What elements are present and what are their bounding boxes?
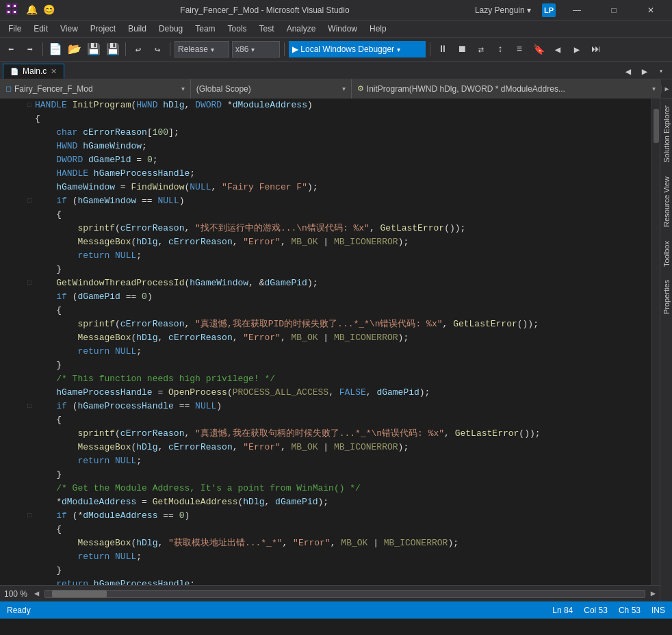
code-content[interactable]: □ HANDLE InitProgram(HWND hDlg, DWORD *d…: [0, 99, 660, 585]
tab-scroll-right[interactable]: ▶: [636, 64, 653, 79]
symbol-nav-label: InitProgram(HWND hDlg, DWORD * dModuleAd…: [367, 84, 565, 94]
code-line-24: {: [35, 413, 62, 427]
menu-window[interactable]: Window: [322, 21, 363, 36]
undo-button[interactable]: ↩: [130, 41, 146, 57]
code-line-14: GetWindowThreadProcessId(hGameWindow, &d…: [35, 276, 318, 290]
collapse-gutter-1[interactable]: □: [24, 99, 35, 112]
code-line-21: /* This function needs high privilege! *…: [35, 372, 275, 386]
menu-debug[interactable]: Debug: [153, 21, 188, 36]
build-config-dropdown[interactable]: Release ▾: [175, 41, 229, 57]
back-button[interactable]: ⬅: [3, 41, 19, 57]
toolbar-sep-4: [284, 42, 285, 56]
menu-analyze[interactable]: Analyze: [281, 21, 322, 36]
platform-dropdown[interactable]: x86 ▾: [232, 41, 280, 57]
code-line-4: HWND hGameWindow;: [35, 140, 147, 153]
code-line-11: MessageBox(hDlg, cErrorReason, "Error", …: [35, 235, 409, 249]
save-button[interactable]: 💾: [86, 41, 102, 57]
toolbar-sep-1: [42, 42, 43, 56]
debug-chevron: ▾: [397, 46, 400, 53]
code-line-13: }: [35, 263, 62, 276]
toolbar-btn-9[interactable]: ⏭: [588, 41, 604, 57]
code-line-36: return hGameProcessHandle;: [35, 578, 195, 585]
tab-main-c[interactable]: 📄 Main.c ✕: [3, 64, 64, 79]
collapse-gutter-14[interactable]: □: [24, 276, 35, 290]
menu-help[interactable]: Help: [364, 21, 392, 36]
status-ln: Ln 84: [552, 606, 584, 615]
file-nav-chevron: ▾: [181, 85, 185, 92]
collapse-gutter-8[interactable]: □: [24, 194, 35, 208]
toolbar-sep-2: [125, 42, 126, 56]
code-line-32: {: [35, 523, 62, 536]
notification-icon: 🔔: [26, 4, 38, 16]
open-file-button[interactable]: 📂: [66, 41, 83, 57]
code-line-25: sprintf(cErrorReason, "真遗憾,我在获取句柄的时候失败了.…: [35, 427, 541, 441]
menu-tools[interactable]: Tools: [222, 21, 253, 36]
user-profile[interactable]: Lazy Penguin ▾: [475, 5, 531, 15]
code-line-12: return NULL;: [35, 249, 142, 263]
toolbar-btn-2[interactable]: ⏹: [454, 41, 470, 57]
menu-project[interactable]: Project: [85, 21, 121, 36]
title-bar-title: Fairy_Fencer_F_Mod - Microsoft Visual St…: [60, 5, 469, 15]
menu-view[interactable]: View: [55, 21, 83, 36]
menu-team[interactable]: Team: [190, 21, 220, 36]
scope-nav-chevron: ▾: [342, 85, 346, 92]
status-ch: Ch 53: [619, 606, 651, 615]
code-editor[interactable]: □ HANDLE InitProgram(HWND hDlg, DWORD *d…: [0, 99, 660, 601]
toolbar-btn-7[interactable]: ◀: [550, 41, 566, 57]
code-line-6: HANDLE hGameProcessHandle;: [35, 167, 195, 181]
zoom-level[interactable]: 100 %: [4, 589, 31, 599]
sidebar-tab-resource-view[interactable]: Resource View: [660, 170, 672, 234]
title-bar: 🔔 😊 Fairy_Fencer_F_Mod - Microsoft Visua…: [0, 0, 672, 21]
scope-nav-dropdown[interactable]: (Global Scope) ▾: [191, 79, 352, 99]
nav-bar: ◻ Fairy_Fencer_F_Mod ▾ (Global Scope) ▾ …: [0, 79, 672, 99]
sidebar-tab-solution-explorer[interactable]: Solution Explorer: [660, 99, 672, 170]
toolbar-btn-3[interactable]: ⇄: [473, 41, 489, 57]
toolbar-btn-8[interactable]: ▶: [569, 41, 585, 57]
tab-expand-button[interactable]: ▾: [653, 64, 669, 79]
status-bar: Ready Ln 84 Col 53 Ch 53 INS: [0, 601, 672, 619]
toolbar-sep-3: [170, 42, 170, 56]
menu-test[interactable]: Test: [254, 21, 280, 36]
close-button[interactable]: ✕: [635, 0, 667, 21]
zoom-slider-left[interactable]: ◀: [34, 588, 39, 599]
code-line-9: {: [35, 208, 62, 222]
toolbar-btn-6[interactable]: 🔖: [530, 41, 547, 57]
horizontal-scrollbar[interactable]: [44, 590, 645, 598]
menu-build[interactable]: Build: [122, 21, 152, 36]
forward-button[interactable]: ➡: [22, 41, 38, 57]
smiley-icon: 😊: [43, 4, 55, 16]
collapse-gutter-23[interactable]: □: [24, 400, 35, 413]
new-file-button[interactable]: 📄: [47, 41, 64, 57]
svg-rect-5: [14, 5, 16, 7]
debug-button[interactable]: ▶ Local Windows Debugger ▾: [289, 41, 426, 57]
file-nav-dropdown[interactable]: ◻ Fairy_Fencer_F_Mod ▾: [0, 79, 191, 99]
maximize-button[interactable]: □: [598, 0, 630, 21]
toolbar-btn-4[interactable]: ↕: [492, 41, 508, 57]
collapse-gutter-31[interactable]: □: [24, 509, 35, 523]
status-ins: INS: [651, 606, 665, 615]
code-line-35: }: [35, 564, 62, 578]
toolbar-btn-1[interactable]: ⏸: [435, 41, 451, 57]
redo-button[interactable]: ↪: [149, 41, 166, 57]
tab-scroll-left[interactable]: ◀: [620, 64, 636, 79]
toolbar-btn-5[interactable]: ≡: [511, 41, 528, 57]
zoom-slider-right[interactable]: ▶: [651, 588, 656, 599]
menu-file[interactable]: File: [3, 21, 27, 36]
minimize-button[interactable]: —: [561, 0, 593, 21]
code-line-34: return NULL;: [35, 550, 142, 564]
tab-close-button[interactable]: ✕: [51, 67, 57, 76]
code-line-2: {: [35, 112, 40, 126]
right-panel-toggle[interactable]: ▶: [664, 85, 669, 93]
svg-rect-7: [14, 11, 16, 13]
horizontal-scroll-thumb[interactable]: [52, 591, 107, 597]
svg-rect-6: [8, 11, 10, 13]
code-line-15: if (dGamePid == 0): [35, 290, 153, 304]
sidebar-tab-properties[interactable]: Properties: [660, 273, 672, 321]
menu-edit[interactable]: Edit: [28, 21, 53, 36]
build-config-label: Release: [178, 44, 208, 54]
save-all-button[interactable]: 💾: [105, 41, 121, 57]
sidebar-tab-toolbox[interactable]: Toolbox: [660, 234, 672, 274]
symbol-nav-dropdown[interactable]: ⚙ InitProgram(HWND hDlg, DWORD * dModule…: [352, 79, 661, 99]
code-line-26: MessageBox(hDlg, cErrorReason, "Error", …: [35, 441, 409, 454]
file-nav-label: Fairy_Fencer_F_Mod: [14, 84, 93, 94]
